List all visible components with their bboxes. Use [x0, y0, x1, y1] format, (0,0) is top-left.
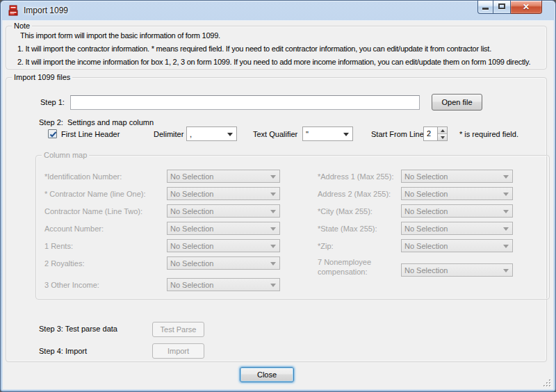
chevron-down-icon: [503, 175, 509, 179]
required-field-note: * is required field.: [459, 130, 518, 138]
field-label: *City (Max 255):: [318, 207, 373, 215]
test-parse-button: Test Parse: [152, 322, 204, 337]
select-value: No Selection: [404, 172, 448, 181]
chevron-down-icon: [503, 193, 509, 196]
field-label: Contractor Name (Line Two):: [44, 207, 142, 215]
minimize-button[interactable]: [477, 1, 493, 14]
field-label: * Contractor Name (line One):: [44, 190, 146, 198]
chevron-down-icon: [503, 269, 509, 272]
field-label: *Identification Number:: [44, 172, 122, 181]
start-from-line-value: 2: [427, 129, 431, 138]
close-icon: ✕: [511, 1, 541, 13]
state-select: No Selection: [401, 222, 513, 235]
select-value: No Selection: [170, 190, 213, 198]
minimize-icon: [482, 8, 489, 10]
select-value: No Selection: [170, 242, 213, 250]
rents-select: No Selection: [167, 239, 280, 252]
address1-select: No Selection: [401, 170, 513, 183]
note-line-1: This import form will import the basic i…: [20, 31, 220, 40]
select-value: No Selection: [170, 259, 213, 268]
select-value: No Selection: [404, 242, 448, 250]
city-select: No Selection: [401, 204, 513, 218]
chevron-down-icon: [270, 210, 276, 213]
select-value: No Selection: [170, 224, 213, 233]
import-1099-dialog: Import 1099 ✕ Note This import form will…: [0, 0, 556, 392]
chevron-up-icon: [441, 129, 445, 132]
chevron-down-icon: [503, 227, 509, 231]
chevron-down-icon: [441, 136, 445, 139]
field-label: 7 Nonemployee compensation:: [318, 257, 395, 277]
note-line-2: 1. It will import the contractor informa…: [17, 44, 491, 53]
start-from-line-label: Start From Line: [371, 130, 424, 138]
stepper-down-button[interactable]: [438, 134, 447, 140]
caption-buttons: ✕: [477, 1, 542, 14]
close-window-button[interactable]: ✕: [511, 1, 542, 14]
app-icon: [8, 5, 19, 17]
step2-label: Step 2: Settings and map column: [39, 118, 154, 126]
chevron-down-icon: [270, 284, 276, 287]
chevron-down-icon: [503, 210, 509, 213]
step3-label: Step 3: Test parse data: [39, 325, 117, 333]
nonemployee-compensation-select: No Selection: [401, 263, 513, 277]
checkbox-check-icon: [49, 130, 58, 139]
text-qualifier-select[interactable]: ": [302, 126, 353, 141]
other-income-select: No Selection: [167, 278, 280, 291]
note-groupbox: Note This import form will import the ba…: [6, 26, 547, 70]
select-value: No Selection: [170, 281, 213, 289]
text-qualifier-label: Text Qualifier: [253, 130, 297, 138]
column-map-title: Column map: [42, 150, 89, 160]
first-line-header-label: First Line Header: [61, 130, 120, 138]
file-path-input[interactable]: [70, 95, 420, 110]
contractor-name-one-select: No Selection: [167, 187, 280, 200]
open-file-button[interactable]: Open file: [432, 94, 482, 111]
select-value: No Selection: [404, 266, 448, 275]
delimiter-label: Delimiter: [154, 130, 183, 138]
field-label: Address 2 (Max 255):: [318, 190, 391, 198]
maximize-button[interactable]: [493, 1, 511, 14]
royalties-select: No Selection: [167, 256, 280, 270]
chevron-down-icon: [270, 262, 276, 266]
field-label: *Zip:: [318, 242, 334, 250]
identification-number-select: No Selection: [167, 170, 280, 183]
select-value: No Selection: [170, 172, 213, 181]
select-value: No Selection: [404, 207, 448, 215]
field-label: *Address 1 (Max 255):: [318, 172, 393, 181]
step1-label: Step 1:: [40, 98, 65, 106]
chevron-down-icon: [227, 133, 233, 136]
step4-label: Step 4: Import: [39, 347, 87, 355]
stepper-up-button[interactable]: [438, 127, 447, 134]
chevron-down-icon: [343, 133, 349, 136]
field-label: *State (Max 255):: [318, 224, 377, 233]
chevron-down-icon: [270, 245, 276, 248]
start-from-line-stepper[interactable]: 2: [423, 126, 448, 141]
field-label: 2 Royalties:: [44, 259, 84, 268]
chevron-down-icon: [270, 227, 276, 231]
select-value: No Selection: [170, 207, 213, 215]
column-map-groupbox: Column map *Identification Number: No Se…: [35, 155, 550, 300]
first-line-header-checkbox[interactable]: [48, 129, 57, 138]
stepper-buttons: [437, 127, 447, 140]
field-label: 3 Other Income:: [44, 281, 99, 289]
import-group-title: Import 1099 files: [12, 72, 72, 82]
maximize-icon: [498, 3, 505, 9]
chevron-down-icon: [270, 193, 276, 196]
note-group-title: Note: [12, 21, 32, 31]
import-files-groupbox: Import 1099 files Step 1: Open file Step…: [6, 77, 547, 362]
account-number-select: No Selection: [167, 222, 280, 235]
titlebar[interactable]: Import 1099 ✕: [1, 1, 555, 21]
chevron-down-icon: [503, 245, 509, 248]
delimiter-value: ,: [190, 130, 192, 138]
contractor-name-two-select: No Selection: [167, 204, 280, 218]
delimiter-select[interactable]: ,: [186, 126, 237, 141]
address2-select: No Selection: [401, 187, 513, 200]
select-value: No Selection: [404, 190, 448, 198]
field-label: Account Number:: [44, 224, 104, 233]
note-line-3: 2. It will import the income information…: [17, 58, 530, 66]
chevron-down-icon: [270, 175, 276, 179]
close-button[interactable]: Close: [240, 367, 294, 382]
zip-select: No Selection: [401, 239, 513, 252]
field-label: 1 Rents:: [44, 242, 73, 250]
text-qualifier-value: ": [306, 130, 309, 138]
resize-grip-icon[interactable]: [543, 379, 551, 387]
dialog-client-area: Note This import form will import the ba…: [3, 21, 553, 389]
